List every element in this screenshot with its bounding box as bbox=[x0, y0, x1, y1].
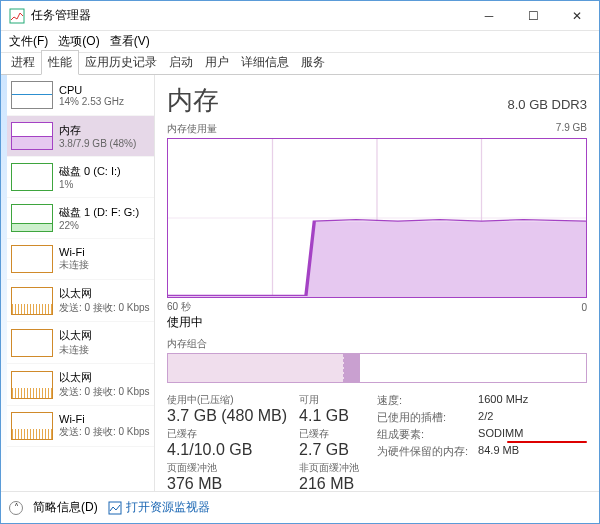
tab-performance[interactable]: 性能 bbox=[41, 50, 79, 75]
tab-services[interactable]: 服务 bbox=[295, 51, 331, 74]
sidebar-item-ethernet[interactable]: 以太网发送: 0 接收: 0 Kbps bbox=[7, 364, 154, 406]
sidebar-item-wifi[interactable]: Wi-Fi未连接 bbox=[7, 239, 154, 280]
sidebar-item-memory[interactable]: 内存3.8/7.9 GB (48%) bbox=[7, 116, 154, 157]
stat-cached-value: 2.7 GB bbox=[299, 441, 359, 459]
annotation-redline bbox=[507, 441, 587, 443]
sidebar-item-sub: 发送: 0 接收: 0 Kbps bbox=[59, 385, 150, 399]
chevron-up-icon[interactable]: ˄ bbox=[9, 501, 23, 515]
sidebar-item-sub: 1% bbox=[59, 179, 121, 190]
composition-inuse bbox=[168, 354, 344, 382]
svg-marker-5 bbox=[168, 221, 586, 297]
stat-used-label: 使用中(已压缩) bbox=[167, 393, 287, 407]
sidebar-item-label: 以太网 bbox=[59, 286, 150, 301]
menu-options[interactable]: 选项(O) bbox=[58, 33, 99, 50]
sidebar-item-ethernet[interactable]: 以太网发送: 0 接收: 0 Kbps bbox=[7, 280, 154, 322]
sidebar-item-label: Wi-Fi bbox=[59, 246, 89, 258]
sidebar-item-label: 磁盘 1 (D: F: G:) bbox=[59, 205, 139, 220]
sidebar-item-ethernet[interactable]: 以太网未连接 bbox=[7, 322, 154, 364]
stat-commit-label: 已缓存 bbox=[167, 427, 287, 441]
composition-modified bbox=[344, 354, 361, 382]
stat-slots-label: 已使用的插槽: bbox=[377, 410, 468, 425]
graph-label: 内存使用量 bbox=[167, 122, 217, 136]
wifi-thumb-icon bbox=[11, 412, 53, 440]
sidebar-item-label: 内存 bbox=[59, 123, 136, 138]
memory-usage-graph bbox=[167, 138, 587, 298]
close-button[interactable]: ✕ bbox=[555, 1, 599, 31]
ethernet-thumb-icon bbox=[11, 287, 53, 315]
stat-nonpaged-value: 216 MB bbox=[299, 475, 359, 493]
sidebar: CPU14% 2.53 GHz 内存3.8/7.9 GB (48%) 磁盘 0 … bbox=[7, 75, 155, 491]
tabbar: 进程 性能 应用历史记录 启动 用户 详细信息 服务 bbox=[1, 53, 599, 75]
memory-spec: 8.0 GB DDR3 bbox=[508, 97, 587, 112]
stat-hw-label: 为硬件保留的内存: bbox=[377, 444, 468, 459]
tab-startup[interactable]: 启动 bbox=[163, 51, 199, 74]
page-title: 内存 bbox=[167, 83, 219, 118]
stat-cached-label: 已缓存 bbox=[299, 427, 359, 441]
svg-rect-0 bbox=[10, 9, 24, 23]
sidebar-item-label: 磁盘 0 (C: I:) bbox=[59, 164, 121, 179]
graph-xright: 0 bbox=[581, 302, 587, 313]
stat-hw-value: 84.9 MB bbox=[478, 444, 528, 459]
content: CPU14% 2.53 GHz 内存3.8/7.9 GB (48%) 磁盘 0 … bbox=[1, 75, 599, 491]
tab-users[interactable]: 用户 bbox=[199, 51, 235, 74]
stat-speed-value: 1600 MHz bbox=[478, 393, 528, 408]
sidebar-item-sub: 未连接 bbox=[59, 343, 92, 357]
sidebar-item-sub: 发送: 0 接收: 0 Kbps bbox=[59, 425, 150, 439]
stat-used-value: 3.7 GB (480 MB) bbox=[167, 407, 287, 425]
menubar: 文件(F) 选项(O) 查看(V) bbox=[1, 31, 599, 53]
graph-xleft: 60 秒 bbox=[167, 300, 191, 314]
sidebar-item-label: CPU bbox=[59, 84, 124, 96]
stat-paged-label: 页面缓冲池 bbox=[167, 461, 287, 475]
stat-commit-value: 4.1/10.0 GB bbox=[167, 441, 287, 459]
open-resmon-label: 打开资源监视器 bbox=[126, 499, 210, 516]
sidebar-item-wifi[interactable]: Wi-Fi发送: 0 接收: 0 Kbps bbox=[7, 406, 154, 447]
tab-details[interactable]: 详细信息 bbox=[235, 51, 295, 74]
taskmgr-icon bbox=[9, 8, 25, 24]
graph-ymax: 7.9 GB bbox=[556, 122, 587, 136]
sidebar-item-sub: 未连接 bbox=[59, 258, 89, 272]
sidebar-item-sub: 14% 2.53 GHz bbox=[59, 96, 124, 107]
ethernet-thumb-icon bbox=[11, 371, 53, 399]
memory-composition-bar bbox=[167, 353, 587, 383]
stats-block: 使用中(已压缩)3.7 GB (480 MB) 可用4.1 GB 已缓存4.1/… bbox=[167, 393, 587, 493]
cpu-thumb-icon bbox=[11, 81, 53, 109]
menu-view[interactable]: 查看(V) bbox=[110, 33, 150, 50]
sidebar-item-sub: 22% bbox=[59, 220, 139, 231]
window-title: 任务管理器 bbox=[31, 7, 467, 24]
sidebar-item-disk0[interactable]: 磁盘 0 (C: I:)1% bbox=[7, 157, 154, 198]
resmon-icon bbox=[108, 501, 122, 515]
stat-slots-value: 2/2 bbox=[478, 410, 528, 425]
tab-processes[interactable]: 进程 bbox=[5, 51, 41, 74]
composition-label: 内存组合 bbox=[167, 337, 587, 351]
sidebar-item-sub: 发送: 0 接收: 0 Kbps bbox=[59, 301, 150, 315]
sidebar-item-label: 以太网 bbox=[59, 370, 150, 385]
sidebar-item-disk1[interactable]: 磁盘 1 (D: F: G:)22% bbox=[7, 198, 154, 239]
stat-form-label: 组成要素: bbox=[377, 427, 468, 442]
composition-free bbox=[360, 354, 586, 382]
main-panel: 内存 8.0 GB DDR3 内存使用量 7.9 GB 60 秒 0 使用中 内… bbox=[155, 75, 599, 491]
memory-thumb-icon bbox=[11, 122, 53, 150]
sidebar-item-label: 以太网 bbox=[59, 328, 92, 343]
stat-avail-value: 4.1 GB bbox=[299, 407, 359, 425]
menu-file[interactable]: 文件(F) bbox=[9, 33, 48, 50]
stat-form-value: SODIMM bbox=[478, 427, 528, 442]
open-resmon-link[interactable]: 打开资源监视器 bbox=[108, 499, 210, 516]
disk-thumb-icon bbox=[11, 204, 53, 232]
stat-speed-label: 速度: bbox=[377, 393, 468, 408]
tab-app-history[interactable]: 应用历史记录 bbox=[79, 51, 163, 74]
sidebar-item-cpu[interactable]: CPU14% 2.53 GHz bbox=[7, 75, 154, 116]
maximize-button[interactable]: ☐ bbox=[511, 1, 555, 31]
ethernet-thumb-icon bbox=[11, 329, 53, 357]
disk-thumb-icon bbox=[11, 163, 53, 191]
minimize-button[interactable]: ─ bbox=[467, 1, 511, 31]
titlebar: 任务管理器 ─ ☐ ✕ bbox=[1, 1, 599, 31]
inuse-marker: 使用中 bbox=[167, 315, 203, 329]
stat-avail-label: 可用 bbox=[299, 393, 359, 407]
sidebar-item-sub: 3.8/7.9 GB (48%) bbox=[59, 138, 136, 149]
fewer-details-button[interactable]: 简略信息(D) bbox=[33, 499, 98, 516]
wifi-thumb-icon bbox=[11, 245, 53, 273]
svg-rect-6 bbox=[109, 502, 121, 514]
sidebar-item-label: Wi-Fi bbox=[59, 413, 150, 425]
stat-paged-value: 376 MB bbox=[167, 475, 287, 493]
footer: ˄ 简略信息(D) 打开资源监视器 bbox=[1, 491, 599, 523]
